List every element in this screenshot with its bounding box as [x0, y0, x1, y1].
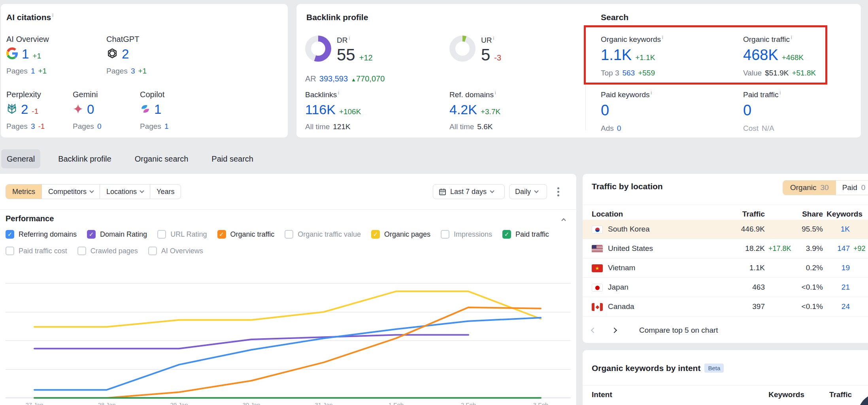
checkbox-impressions[interactable]: Impressions: [441, 230, 492, 239]
compare-top5-link[interactable]: Compare top 5 on chart: [639, 326, 718, 335]
checkbox-organic-traffic[interactable]: ✓Organic traffic: [217, 230, 275, 239]
pages-label: Pages: [106, 67, 128, 75]
tab-backlink-profile[interactable]: Backlink profile: [53, 149, 117, 168]
col-keywords[interactable]: Keywords: [823, 210, 862, 219]
checkbox-paid-traffic-cost[interactable]: Paid traffic cost: [6, 247, 67, 255]
ur-delta: -3: [494, 53, 501, 62]
perplexity-value[interactable]: 2: [21, 102, 28, 117]
ar-delta: 770,070: [356, 74, 385, 83]
chevron-down-icon: [140, 188, 144, 193]
next-page-icon[interactable]: [611, 328, 617, 333]
tab-organic-search[interactable]: Organic search: [129, 149, 194, 168]
granularity-button[interactable]: Daily: [509, 184, 547, 199]
beta-badge: Beta: [704, 364, 724, 373]
table-row-japan[interactable]: Japan 463 <0.1% 21: [583, 278, 868, 297]
cost-label: Cost: [743, 124, 759, 133]
table-row-united-states[interactable]: United States 18.2K +17.8K 3.9% 147 +92: [583, 239, 868, 258]
canada-flag-icon: [592, 303, 603, 311]
collapse-chevron-icon[interactable]: [561, 218, 566, 222]
intent-table-header: Intent Keywords Traffic: [583, 390, 868, 399]
date-range-button[interactable]: Last 7 days: [433, 184, 505, 199]
checkbox-referring-domains[interactable]: ✓Referring domains: [6, 230, 77, 239]
backlinks-block: Backlinksi 116K +106K All time 121K: [305, 90, 361, 131]
prev-page-icon[interactable]: [591, 328, 596, 333]
col-location[interactable]: Location: [592, 210, 688, 219]
tab-general[interactable]: General: [1, 149, 40, 168]
location-table-body: South Korea 446.9K 95.5% 1K United State…: [583, 220, 868, 316]
info-icon[interactable]: i: [349, 36, 350, 41]
chatgpt-value[interactable]: 2: [122, 47, 129, 62]
backlinks-delta: +106K: [339, 107, 361, 116]
pages-value[interactable]: 0: [97, 122, 102, 131]
pages-delta: +1: [38, 67, 47, 75]
ai-overview-label: AI Overview: [6, 35, 49, 44]
locations-segment[interactable]: Locations: [100, 185, 150, 199]
up-triangle-icon: ▲: [351, 77, 356, 83]
keywords-link[interactable]: 21: [823, 283, 850, 292]
pages-value[interactable]: 3: [31, 122, 35, 131]
table-row-south-korea[interactable]: South Korea 446.9K 95.5% 1K: [583, 220, 868, 239]
toggle-organic[interactable]: Organic 30: [783, 181, 836, 195]
backlink-profile-title: Backlink profile: [306, 13, 368, 22]
ads-value[interactable]: 0: [617, 124, 621, 133]
ai-overview-value[interactable]: 1: [22, 47, 29, 62]
ref-domains-value[interactable]: 4.2K: [449, 102, 477, 117]
keywords-link[interactable]: 19: [823, 264, 850, 272]
col-share[interactable]: Share: [798, 210, 823, 219]
years-segment[interactable]: Years: [150, 185, 181, 199]
search-title: Search: [601, 13, 628, 22]
pages-label: Pages: [6, 122, 28, 131]
table-row-vietnam[interactable]: ★Vietnam 1.1K 0.2% 19: [583, 258, 868, 278]
checkbox-crawled-pages[interactable]: Crawled pages: [77, 247, 138, 255]
japan-flag-icon: [592, 284, 603, 292]
info-icon[interactable]: i: [338, 90, 339, 96]
metrics-segment[interactable]: Metrics: [6, 185, 42, 199]
info-icon[interactable]: i: [495, 90, 496, 96]
svg-text:29 Jan: 29 Jan: [170, 401, 188, 405]
toggle-paid[interactable]: Paid 0: [836, 181, 868, 195]
perplexity-delta: -1: [32, 107, 38, 116]
gemini-value[interactable]: 0: [87, 102, 94, 117]
svg-text:31 Jan: 31 Jan: [315, 401, 332, 405]
paid-traffic-value[interactable]: 0: [743, 102, 751, 119]
table-row-canada[interactable]: Canada 397 <0.1% 24: [583, 297, 868, 316]
checkbox-domain-rating[interactable]: ✓Domain Rating: [87, 230, 147, 239]
checkbox-paid-traffic[interactable]: ✓Paid traffic: [502, 230, 549, 239]
info-icon[interactable]: i: [651, 90, 652, 96]
col-traffic[interactable]: Traffic: [804, 390, 852, 399]
col-intent[interactable]: Intent: [592, 390, 757, 399]
gemini-label: Gemini: [73, 90, 101, 99]
copilot-value[interactable]: 1: [154, 102, 161, 117]
checkbox-ai-overviews[interactable]: AI Overviews: [148, 247, 203, 255]
checkbox-organic-pages[interactable]: ✓Organic pages: [371, 230, 430, 239]
pages-value[interactable]: 3: [131, 67, 135, 75]
keywords-link[interactable]: 147: [823, 244, 850, 253]
cost-value: N/A: [762, 124, 774, 133]
competitors-segment[interactable]: Competitors: [42, 185, 100, 199]
pages-value[interactable]: 1: [164, 122, 169, 131]
performance-chart[interactable]: 27 Jan28 Jan29 Jan30 Jan31 Jan1 Feb2 Feb…: [0, 257, 576, 405]
ar-label: AR: [305, 74, 316, 83]
more-options-button[interactable]: [557, 187, 559, 196]
pages-label: Pages: [73, 122, 94, 131]
paid-keywords-value[interactable]: 0: [601, 102, 609, 119]
info-icon[interactable]: i: [493, 36, 494, 41]
col-keywords[interactable]: Keywords: [757, 390, 804, 399]
info-icon[interactable]: i: [52, 13, 53, 18]
ai-overview-block: AI Overview 1 +1 Pages 1 +1: [6, 35, 49, 75]
info-icon[interactable]: i: [779, 90, 781, 96]
ar-value[interactable]: 393,593: [319, 74, 348, 83]
dr-value: 55: [337, 45, 355, 64]
checkbox-url-rating[interactable]: URL Rating: [157, 230, 207, 239]
keywords-by-intent-title: Organic keywords by intentBeta: [592, 364, 724, 373]
keywords-link[interactable]: 24: [823, 302, 850, 311]
col-traffic[interactable]: Traffic: [688, 210, 765, 219]
pages-value[interactable]: 1: [31, 67, 35, 75]
backlinks-value[interactable]: 116K: [305, 102, 336, 117]
tab-paid-search[interactable]: Paid search: [206, 149, 259, 168]
copilot-label: Copilot: [140, 90, 168, 99]
checkbox-organic-traffic-value[interactable]: Organic traffic value: [285, 230, 361, 239]
ai-citations-title: AI citationsi: [6, 13, 53, 22]
keywords-link[interactable]: 1K: [823, 225, 850, 234]
ur-block: URi 5 -3: [481, 36, 501, 64]
